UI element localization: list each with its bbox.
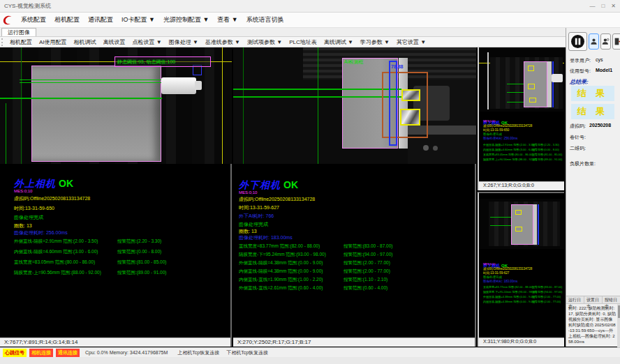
mini-bottom-alarm-row: 报警范围:(2.00 - 77.00) bbox=[532, 296, 561, 299]
calibration-vline-yellow bbox=[222, 47, 223, 164]
log-scrollbar[interactable] bbox=[617, 304, 620, 347]
log-tab-errors[interactable]: 报错日志 bbox=[603, 296, 620, 303]
left-result-ok-badge: OK bbox=[59, 178, 73, 189]
mini-top-measure-row: 隔膜宽度-上=90.56mm 范围:(88.00 - 92.00) bbox=[483, 158, 537, 162]
mini-bottom-camera-image[interactable] bbox=[479, 199, 564, 249]
pause-button[interactable] bbox=[568, 32, 587, 51]
tool-offline-debug[interactable]: 离线调试 ▼ bbox=[320, 38, 357, 46]
mini-top-cursor-status: X:267;Y:13;R:0;G:0;B:0 bbox=[479, 181, 564, 190]
mid-ai-time-line: 外下AI耗时: 766 bbox=[239, 213, 274, 219]
logout-button[interactable] bbox=[612, 33, 620, 50]
tool-image-processing[interactable]: 图像处理 ▼ bbox=[165, 38, 202, 46]
defect-box-yellow bbox=[528, 66, 534, 71]
left-alarm-row: 报警范围:(81.00 - 85.00) bbox=[117, 259, 166, 264]
window-title: CYS-视觉检测系统 bbox=[4, 2, 51, 10]
tool-camera-config[interactable]: 相机配置 bbox=[6, 38, 36, 46]
tool-learn-params[interactable]: 学习参数 ▼ bbox=[357, 38, 393, 46]
maximize-button[interactable]: □ bbox=[601, 3, 605, 9]
virtual-code-label: 虚拟码: bbox=[570, 123, 586, 130]
window-controls: — □ ✕ bbox=[589, 3, 616, 9]
result-box-upper: 结 果 bbox=[571, 86, 614, 101]
tool-camera-debug[interactable]: 相机调试 bbox=[71, 38, 100, 46]
left-result-title-line: 外上相机OK bbox=[14, 177, 73, 190]
measure-hline-green bbox=[490, 225, 511, 226]
middle-camera-image[interactable]: AI检测框 78.88 bbox=[233, 47, 476, 164]
qr-code-label: 二维码: bbox=[570, 145, 586, 152]
left-turns-line: 圈数: 13 bbox=[14, 223, 32, 229]
mid-measure-row: 外侧直线-隔膜=4.38mm 范围:(0.00 - 9.00) bbox=[239, 260, 323, 265]
measure-hline-green-1 bbox=[20, 79, 162, 80]
toolbar-drag-handle[interactable] bbox=[1, 38, 4, 46]
defect-box-yellow bbox=[529, 98, 536, 103]
heartbeat-badge: 心跳信号 bbox=[3, 349, 27, 357]
mid-camera-name: 外下相机 bbox=[239, 179, 281, 190]
virtual-code-value: 20250208 bbox=[589, 123, 611, 128]
tool-baseline-params[interactable]: 基准线参数 ▼ bbox=[202, 38, 244, 46]
left-camera-image[interactable]: 静态阈值:93, 动态阈值:100 bbox=[0, 47, 232, 164]
menu-item-camera-config[interactable]: 相机配置 bbox=[50, 14, 84, 26]
menu-item-view[interactable]: 查看 ▼ bbox=[213, 14, 242, 26]
mini-bottom-alarm-row: 报警范围:(94.00 - 97.00) bbox=[532, 291, 562, 294]
login-user-value: cys bbox=[596, 57, 603, 62]
workpiece-block bbox=[511, 204, 533, 245]
login-user-label: 登录用户: bbox=[570, 57, 591, 64]
mid-result-title-line: 外下相机OK bbox=[239, 179, 298, 191]
log-tab-run[interactable]: 运行日志 bbox=[566, 296, 584, 303]
connector-part bbox=[552, 74, 563, 82]
left-time-line: 时间:13-31-59-650 bbox=[14, 206, 54, 211]
log-tabs: 运行日志 设置日志 报错日志 bbox=[566, 296, 620, 304]
mini-bottom-measure-row: 隔膜宽度-下=95.24mm 范围:(93.00 - 98.00) bbox=[483, 291, 537, 294]
mini-top-measure-row: 内侧直线-隔膜=4.60mm 范围:(3.00 - 6.00) bbox=[483, 149, 535, 152]
measure-vline-blue bbox=[538, 204, 539, 245]
tab-run-image[interactable]: 运行图像 bbox=[1, 28, 36, 36]
measure-hline-green-1 bbox=[233, 89, 401, 90]
menu-item-light-config[interactable]: 光源控制配置 ▼ bbox=[159, 14, 213, 26]
minimize-button[interactable]: — bbox=[589, 3, 595, 9]
mid-elapsed-line: 图像处理耗时: 183.00ms bbox=[239, 235, 293, 241]
tool-plc-address[interactable]: PLC地址表 bbox=[286, 38, 320, 46]
negative-count-label: 负极片数量: bbox=[570, 160, 596, 167]
mini-top-elapsed-line: 图像处理耗时: 256.00ms bbox=[483, 137, 517, 140]
mini-bottom-measure-row: 内侧直线-隔膜=4.38mm 范围:(0.00 - 9.00) bbox=[483, 301, 535, 304]
current-user-button[interactable] bbox=[589, 33, 599, 50]
mid-cursor-status: X:270;Y:2502;R:17;G:17;B:17 bbox=[233, 338, 475, 347]
statusbar: 心跳信号 相机连接 通讯连接 Cpu: 0.0% Memory: 3424.41… bbox=[0, 347, 620, 357]
log-tab-settings[interactable]: 设置日志 bbox=[584, 296, 603, 303]
tool-spot-check[interactable]: 点检设置 ▼ bbox=[129, 38, 165, 46]
user-manage-button[interactable] bbox=[600, 33, 611, 50]
mid-measure-row: 外侧直线-直线=2.61mm 范围:(0.60 - 4.00) bbox=[239, 285, 323, 290]
tcp-down-status: 下相机Tcp恢复连接 bbox=[226, 349, 268, 356]
left-alarm-row: 报警范围:(2.20 - 3.30) bbox=[117, 238, 161, 243]
app-logo-icon bbox=[3, 15, 14, 26]
edge-vline-green bbox=[21, 47, 22, 164]
left-measure-row: 内侧直线-隔膜=4.60mm 范围:(3.00 - 6.00) bbox=[14, 249, 98, 254]
left-alarm-row: 报警范围:(89.00 - 91.00) bbox=[117, 270, 166, 275]
mini-top-alarm-row: 报警范围:(2.20 - 3.30) bbox=[532, 144, 559, 147]
menu-item-io-config[interactable]: IO卡配置 ▼ bbox=[117, 14, 159, 26]
mid-measure-row: 隔膜宽度-下=95.24mm 范围:(93.00 - 98.00) bbox=[239, 252, 326, 257]
mini-top-panel: 外上相机OK MES:0;10 虚拟码:Offline2025020813313… bbox=[478, 47, 564, 190]
bolt-circle bbox=[433, 146, 438, 151]
mini-top-alarm-row: 报警范围:(89.00 - 91.00) bbox=[532, 158, 562, 162]
mini-bottom-measure-row: 外侧直线-隔膜=4.38mm 范围:(0.00 - 9.00) bbox=[483, 296, 535, 299]
threshold-overlay-text: 静态阈值:93, 动态阈值:100 bbox=[117, 59, 175, 65]
menubar: 系统配置 相机配置 通讯配置 IO卡配置 ▼ 光源控制配置 ▼ 查看 ▼ 系统语… bbox=[0, 13, 620, 28]
mini-bottom-mes-line: MES:0;10 bbox=[483, 263, 496, 266]
mini-top-measure-row: 外侧直线-隔膜=2.91mm 范围:(2.00 - 3.50) bbox=[483, 144, 535, 147]
tool-offline-settings[interactable]: 离线设置 bbox=[100, 38, 129, 46]
mini-top-measure-row: 直线宽度=83.05mm 范围:(80.00 - 86.00) bbox=[483, 153, 533, 157]
mini-bottom-barcode-line: 虚拟码:Offline20250208133134728 bbox=[483, 267, 532, 271]
bright-vline bbox=[487, 52, 489, 109]
menu-item-comm-config[interactable]: 通讯配置 bbox=[84, 14, 117, 26]
bright-strip bbox=[533, 204, 537, 245]
tool-test-params[interactable]: 测试项参数 ▼ bbox=[244, 38, 286, 46]
measure-vline-blue bbox=[552, 61, 554, 107]
tool-other-settings[interactable]: 其它设置 ▼ bbox=[393, 38, 429, 46]
menu-item-system-config[interactable]: 系统配置 bbox=[17, 14, 50, 26]
menu-item-language-switch[interactable]: 系统语言切换 bbox=[242, 14, 288, 26]
mini-top-camera-image[interactable] bbox=[479, 47, 564, 112]
mini-bottom-time-line: 时间:13-31-59-627 bbox=[483, 271, 509, 275]
tool-ai-usage-config[interactable]: AI使用配置 bbox=[36, 38, 71, 46]
close-button[interactable]: ✕ bbox=[611, 3, 616, 9]
edge-vline-green-2 bbox=[6, 103, 6, 164]
